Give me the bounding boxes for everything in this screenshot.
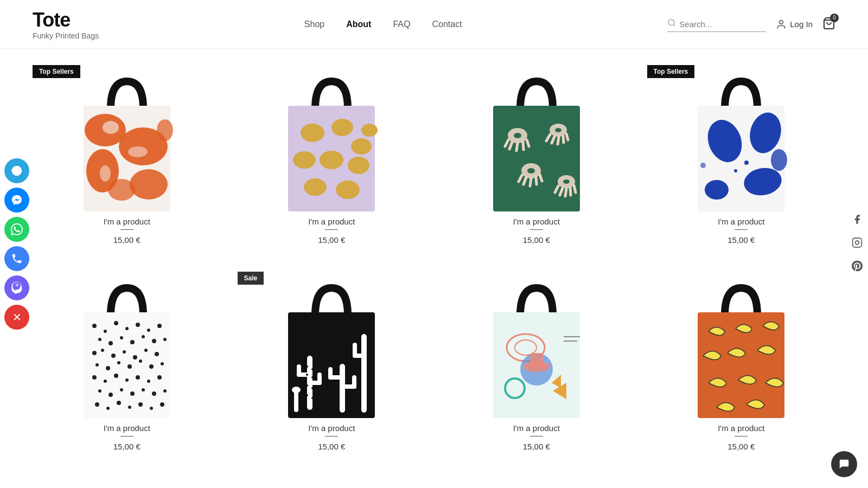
svg-point-67 bbox=[114, 321, 118, 325]
product-price-5: 15,00 € bbox=[33, 442, 221, 451]
close-social-button[interactable]: ✕ bbox=[4, 305, 29, 330]
product-price-4: 15,00 € bbox=[647, 235, 836, 245]
svg-point-137 bbox=[292, 387, 301, 393]
svg-point-126 bbox=[306, 394, 308, 396]
product-card-4[interactable]: Top Sellers I'm a product bbox=[647, 65, 836, 245]
nav-about[interactable]: About bbox=[346, 20, 371, 29]
search-input[interactable] bbox=[679, 20, 766, 29]
svg-point-60 bbox=[771, 149, 787, 171]
svg-point-69 bbox=[136, 323, 140, 327]
svg-point-122 bbox=[306, 374, 308, 376]
product-card-5[interactable]: I'm a product 15,00 € bbox=[33, 272, 221, 451]
badge-sale: Sale bbox=[238, 272, 264, 285]
product-card-1[interactable]: Top Sellers bbox=[33, 65, 221, 245]
product-card-3[interactable]: I'm a product 15,00 € bbox=[442, 65, 631, 245]
product-card-2[interactable]: I'm a product 15,00 € bbox=[238, 65, 426, 245]
whatsapp-button[interactable] bbox=[4, 217, 29, 242]
instagram-icon[interactable] bbox=[852, 237, 863, 251]
svg-point-78 bbox=[163, 338, 167, 341]
svg-rect-0 bbox=[853, 238, 862, 247]
product-image-4 bbox=[647, 65, 836, 217]
telegram-button[interactable] bbox=[4, 158, 29, 183]
header: Tote Funky Printed Bags Shop About FAQ C… bbox=[0, 0, 868, 49]
login-button[interactable]: Log In bbox=[776, 19, 813, 30]
svg-point-92 bbox=[161, 362, 164, 365]
pinterest-icon[interactable] bbox=[852, 261, 863, 274]
product-card-7[interactable]: I'm a product 15,00 € bbox=[442, 272, 631, 451]
svg-point-2 bbox=[668, 20, 674, 25]
product-name-7: I'm a product bbox=[442, 423, 631, 433]
product-card-8[interactable]: I'm a product 15,00 € bbox=[647, 272, 836, 451]
svg-point-80 bbox=[101, 349, 104, 352]
phone-button[interactable] bbox=[4, 246, 29, 271]
brand-title[interactable]: Tote bbox=[33, 9, 99, 31]
svg-point-113 bbox=[160, 402, 164, 407]
svg-point-84 bbox=[144, 349, 148, 352]
product-divider-3 bbox=[530, 229, 543, 230]
product-divider-7 bbox=[530, 436, 543, 436]
svg-point-101 bbox=[108, 393, 113, 397]
svg-point-120 bbox=[306, 365, 308, 368]
svg-point-76 bbox=[142, 335, 145, 338]
viber-button[interactable] bbox=[4, 275, 29, 300]
search-icon bbox=[667, 18, 676, 29]
nav-faq[interactable]: FAQ bbox=[393, 20, 410, 29]
nav-shop[interactable]: Shop bbox=[304, 20, 324, 29]
svg-point-61 bbox=[744, 160, 749, 165]
facebook-icon[interactable] bbox=[852, 214, 863, 228]
svg-point-14 bbox=[128, 146, 148, 157]
cart-button[interactable]: 0 bbox=[822, 17, 835, 32]
product-image-5 bbox=[33, 272, 221, 423]
svg-point-49 bbox=[563, 179, 570, 184]
product-image-1 bbox=[33, 65, 221, 217]
svg-point-70 bbox=[147, 329, 150, 332]
svg-point-12 bbox=[157, 119, 173, 141]
product-price-1: 15,00 € bbox=[33, 235, 221, 245]
svg-point-62 bbox=[734, 169, 737, 172]
svg-point-95 bbox=[114, 374, 118, 378]
svg-point-121 bbox=[311, 368, 314, 370]
svg-point-23 bbox=[304, 178, 327, 196]
svg-point-66 bbox=[104, 330, 107, 333]
svg-line-52 bbox=[565, 189, 566, 196]
svg-point-35 bbox=[555, 128, 561, 132]
product-price-8: 15,00 € bbox=[647, 442, 836, 451]
svg-line-39 bbox=[563, 136, 564, 143]
close-icon: ✕ bbox=[12, 311, 22, 324]
svg-point-24 bbox=[336, 181, 360, 199]
product-image-3 bbox=[442, 65, 631, 217]
product-price-3: 15,00 € bbox=[442, 235, 631, 245]
svg-point-71 bbox=[157, 324, 162, 328]
svg-point-100 bbox=[98, 389, 101, 393]
product-name-3: I'm a product bbox=[442, 217, 631, 226]
nav-contact[interactable]: Contact bbox=[432, 20, 462, 29]
product-image-6 bbox=[238, 272, 426, 423]
product-image-7 bbox=[442, 272, 631, 423]
main-content: Top Sellers bbox=[0, 49, 868, 488]
chat-button[interactable] bbox=[831, 451, 857, 477]
product-image-8 bbox=[647, 272, 836, 423]
svg-point-90 bbox=[139, 359, 142, 363]
svg-point-25 bbox=[361, 124, 378, 137]
svg-point-72 bbox=[98, 338, 101, 341]
svg-point-83 bbox=[133, 355, 137, 359]
product-divider-2 bbox=[325, 229, 338, 230]
product-name-6: I'm a product bbox=[238, 423, 426, 433]
svg-point-111 bbox=[138, 402, 143, 407]
svg-rect-26 bbox=[493, 106, 580, 211]
svg-point-63 bbox=[700, 163, 706, 168]
svg-point-127 bbox=[311, 397, 314, 399]
search-box[interactable] bbox=[667, 16, 766, 32]
svg-point-107 bbox=[95, 402, 99, 407]
product-card-6[interactable]: Sale bbox=[238, 272, 426, 451]
svg-point-22 bbox=[348, 157, 369, 174]
header-actions: Log In 0 bbox=[667, 16, 835, 32]
product-price-6: 15,00 € bbox=[238, 442, 426, 451]
svg-point-10 bbox=[130, 169, 168, 200]
svg-point-65 bbox=[92, 324, 97, 328]
messenger-button[interactable] bbox=[4, 188, 29, 213]
svg-point-28 bbox=[514, 133, 521, 138]
svg-point-108 bbox=[106, 407, 110, 410]
svg-point-21 bbox=[320, 151, 343, 169]
product-name-1: I'm a product bbox=[33, 217, 221, 226]
